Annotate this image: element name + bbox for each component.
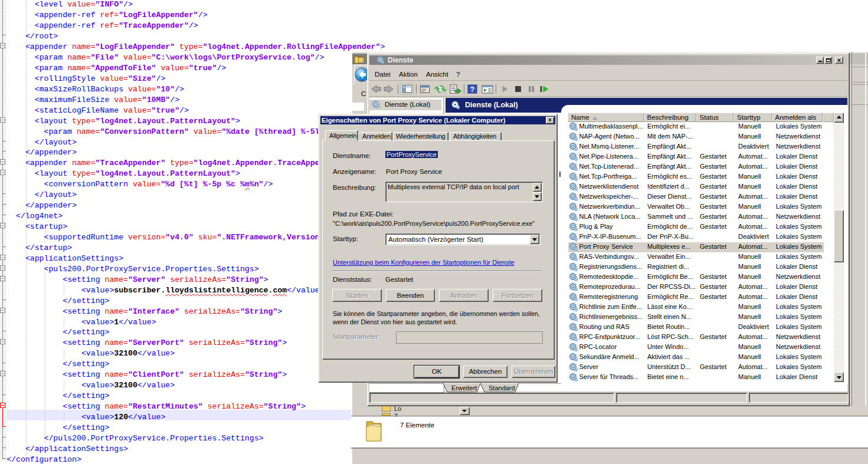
svg-text:?: ? <box>470 85 474 94</box>
svg-text:Standard: Standard <box>489 384 515 391</box>
svg-text:Erweitert: Erweitert <box>451 384 477 391</box>
